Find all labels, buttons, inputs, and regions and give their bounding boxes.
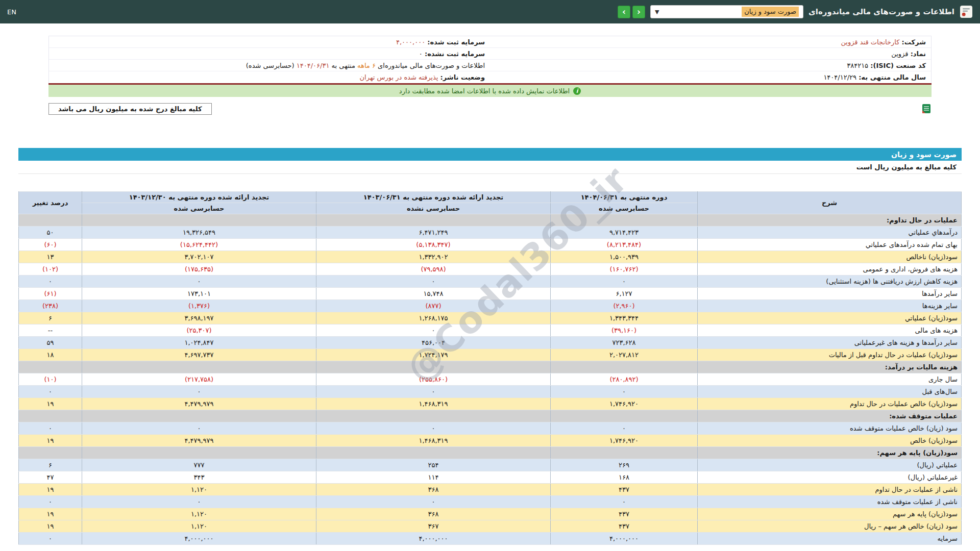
value-cell-period1: (۸,۲۱۳,۴۸۴) <box>551 239 698 251</box>
row-label-cell: درآمدهاي عملياتي <box>698 227 962 239</box>
change-cell: ۱۹ <box>19 484 82 496</box>
value-cell-period1 <box>551 214 698 227</box>
row-label-cell: سود (زیان) خالص هر سهم – ریال <box>698 520 962 533</box>
signature-notice-text: اطلاعات نمایش داده شده با اطلاعات امضا ش… <box>399 87 570 95</box>
value-cell-period2 <box>316 410 551 422</box>
period-months: ۶ ماهه <box>357 62 376 69</box>
value-cell-period3: ۱۹,۳۲۶,۵۴۹ <box>82 227 316 239</box>
value-cell-period3: ۳,۷۰۲,۱۰۷ <box>82 251 316 263</box>
change-cell: (۲۳۸) <box>19 300 82 312</box>
value-cell-period3: ۰ <box>82 422 316 435</box>
row-label-cell: هزینه های فروش، اداری و عمومی <box>698 263 962 276</box>
next-period-button[interactable]: › <box>632 6 645 18</box>
value-cell-period2: (۷۹,۵۹۸) <box>316 263 551 276</box>
change-cell: ۱۹ <box>19 398 82 410</box>
value-cell-period2 <box>316 361 551 373</box>
value-cell-period1 <box>551 410 698 422</box>
value-cell-period3: ۰ <box>82 386 316 398</box>
chevron-down-icon: ▼ <box>655 9 659 15</box>
value-cell-period2: ۱,۴۶۸,۳۱۹ <box>316 435 551 447</box>
row-label-cell: سود(زيان) ناخالص <box>698 251 962 263</box>
fiscal-year-label: سال مالی منتهی به: <box>859 73 926 81</box>
change-cell <box>19 361 82 373</box>
period-suffix: (حسابرسی شده) <box>246 62 295 69</box>
value-cell-period1: ۱,۳۴۳,۳۴۴ <box>551 312 698 324</box>
statement-data-row: سایر درآمدها و هزینه های غیرعملیاتی۷۲۳,۶… <box>19 337 962 349</box>
language-toggle[interactable]: EN <box>7 8 16 16</box>
unregistered-capital-value: ۰ <box>419 50 423 58</box>
value-cell-period1: ۴۳۷ <box>551 484 698 496</box>
topbar: اطلاعات و صورت‌های مالی میاندوره‌ای صورت… <box>0 0 980 23</box>
change-cell <box>19 214 82 227</box>
row-label-cell: سایر درآمدها <box>698 288 962 300</box>
row-label-cell: سود(زیان) پایه هر سهم <box>698 508 962 520</box>
value-cell-period1: ۹,۷۱۴,۴۲۳ <box>551 227 698 239</box>
value-cell-period2: ۱,۲۶۸,۱۷۵ <box>316 312 551 324</box>
change-cell: -- <box>19 324 82 337</box>
change-cell: ۱۳ <box>19 251 82 263</box>
unregistered-capital-field: سرمایه ثبت نشده: ۰ <box>49 50 490 58</box>
col-subheader-period2: حسابرسی نشده <box>316 203 551 214</box>
value-cell-period3: ۰ <box>82 496 316 508</box>
change-cell: (۶۱) <box>19 288 82 300</box>
change-cell <box>19 410 82 422</box>
row-label-cell: سود (زیان) خالص عملیات متوقف شده <box>698 422 962 435</box>
report-select-value: صورت سود و زیان <box>742 7 799 17</box>
period-mid: منتهی به <box>332 62 355 69</box>
company-info-panel: شرکت: کارخانجات قند قزوین سرمایه ثبت شده… <box>48 36 932 83</box>
value-cell-period1: ۴۳۷ <box>551 520 698 533</box>
value-cell-period1: ۰ <box>551 276 698 288</box>
statement-unit-line: کلیه مبالغ به میلیون ریال است <box>18 161 962 174</box>
value-cell-period1: (۲,۹۶۰) <box>551 300 698 312</box>
value-cell-period2 <box>316 214 551 227</box>
statement-section-row: سود(زیان) پایه هر سهم: <box>19 447 962 459</box>
period-date: ۱۴۰۴/۰۶/۳۱ <box>297 62 330 69</box>
isic-value: ۳۸۴۲۱۵ <box>847 62 868 69</box>
value-cell-period3: ۱,۱۲۰ <box>82 484 316 496</box>
value-cell-period2: (۲۵۵,۸۶۰) <box>316 373 551 386</box>
statement-data-row: هزینه کاهش ارزش دریافتنی ها (هزینه استثن… <box>19 276 962 288</box>
prev-period-button[interactable]: ‹ <box>618 6 630 18</box>
row-label-cell: سود(زيان) عملياتي <box>698 312 962 324</box>
statement-data-row: سود (زیان) خالص عملیات متوقف شده۰۰۰۰ <box>19 422 962 435</box>
codal-logo-icon[interactable] <box>960 5 973 18</box>
report-type-select[interactable]: صورت سود و زیان ▼ <box>650 5 803 18</box>
row-label-cell: سایر هزینه‌ها <box>698 300 962 312</box>
value-cell-period1: ۱,۵۰۰,۹۳۹ <box>551 251 698 263</box>
row-label-cell: سایر درآمدها و هزینه های غیرعملیاتی <box>698 337 962 349</box>
statement-data-row: سال‌های قبل۰۰۰۰ <box>19 386 962 398</box>
value-cell-period3: (۲۵,۳۰۷) <box>82 324 316 337</box>
statement-data-row: سود(زيان) عملياتي۱,۳۴۳,۳۴۴۱,۲۶۸,۱۷۵۳,۶۹۸… <box>19 312 962 324</box>
col-header-period1: دوره منتهی به ۱۴۰۴/۰۶/۳۱ <box>551 192 698 203</box>
value-cell-period3: ۱,۰۲۴,۸۴۷ <box>82 337 316 349</box>
value-cell-period3 <box>82 447 316 459</box>
value-cell-period1: ۴,۰۰۰,۰۰۰ <box>551 533 698 545</box>
info-row: شرکت: کارخانجات قند قزوین سرمایه ثبت شده… <box>49 36 931 48</box>
value-cell-period1: ۶,۱۲۷ <box>551 288 698 300</box>
row-label-cell: سود(زیان) پایه هر سهم: <box>698 447 962 459</box>
value-cell-period3: ۴,۶۹۷,۷۳۷ <box>82 349 316 361</box>
info-icon: i <box>573 87 581 95</box>
statement-data-row: سود(زیان) خالص۱,۷۴۶,۹۲۰۱,۴۶۸,۳۱۹۴,۴۷۹,۹۷… <box>19 435 962 447</box>
value-cell-period2: ۰ <box>316 386 551 398</box>
change-cell: ۵۹ <box>19 337 82 349</box>
excel-export-icon[interactable] <box>921 104 932 114</box>
change-cell: ۱۸ <box>19 349 82 361</box>
row-label-cell: عملیاتي (ریال) <box>698 459 962 471</box>
value-cell-period3: ۳,۶۹۸,۱۹۷ <box>82 312 316 324</box>
value-cell-period2: (۸۷۷) <box>316 300 551 312</box>
col-header-period2: تجدید ارائه شده دوره منتهی به ۱۴۰۳/۰۶/۳۱ <box>316 192 551 203</box>
value-cell-period1 <box>551 361 698 373</box>
value-cell-period3: (۱,۳۷۶) <box>82 300 316 312</box>
value-cell-period3: (۱۷۵,۶۳۵) <box>82 263 316 276</box>
row-label-cell: سرمایه <box>698 533 962 545</box>
value-cell-period3: ۴,۴۷۹,۹۷۹ <box>82 398 316 410</box>
statement-section-row: عملیات متوقف شده: <box>19 410 962 422</box>
statement-data-row: غیرعملیاتي (ریال)۱۶۸۱۱۴۳۴۳۴۷ <box>19 471 962 484</box>
statement-data-row: سال جاری(۲۸۰,۸۹۲)(۲۵۵,۸۶۰)(۲۱۷,۷۵۸)(۱۰) <box>19 373 962 386</box>
value-cell-period2: ۳۶۸ <box>316 508 551 520</box>
value-cell-period2: ۱۱۴ <box>316 471 551 484</box>
change-cell: ۰ <box>19 533 82 545</box>
statement-data-row: سود(زیان) پایه هر سهم۴۳۷۳۶۸۱,۱۲۰۱۹ <box>19 508 962 520</box>
page-title: اطلاعات و صورت‌های مالی میاندوره‌ای <box>808 7 954 16</box>
